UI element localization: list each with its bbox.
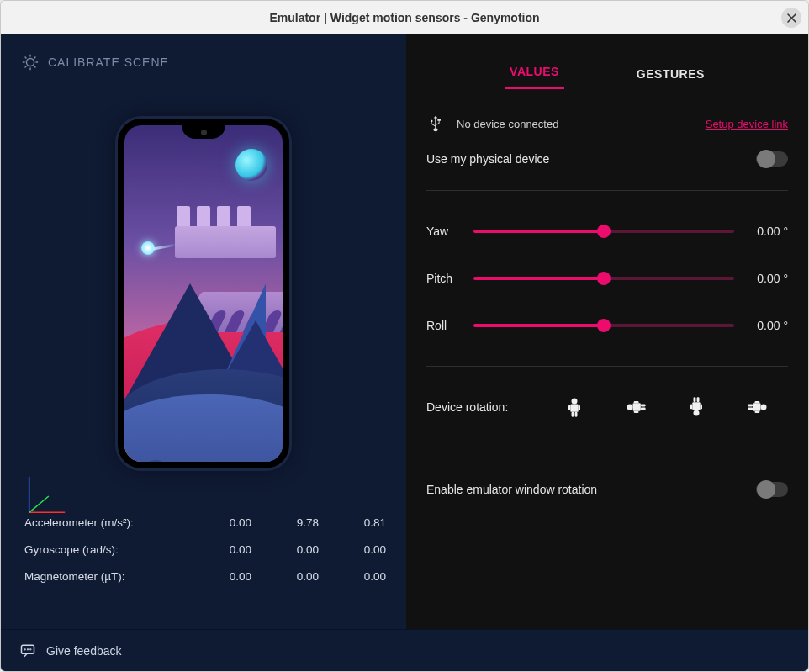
magnetometer-y: 0.00 [251,570,319,583]
divider [426,458,788,458]
device-status-text: No device connected [457,118,558,130]
svg-rect-35 [748,408,753,410]
rotation-landscape-left-icon[interactable] [624,395,648,419]
pitch-slider[interactable] [473,277,734,280]
svg-rect-23 [641,405,646,407]
svg-rect-22 [641,408,646,410]
svg-rect-21 [633,401,638,403]
svg-rect-26 [701,405,702,410]
rotation-landscape-right-icon[interactable] [746,395,769,419]
svg-rect-27 [690,405,692,410]
rotation-portrait-down-icon[interactable] [685,395,708,419]
svg-point-37 [24,648,25,649]
magnetometer-label: Magnetometer (µT): [24,570,184,583]
svg-line-7 [34,57,36,59]
setup-device-link[interactable]: Setup device link [706,118,788,130]
svg-rect-25 [693,402,701,410]
svg-rect-15 [579,405,580,410]
svg-rect-19 [632,403,640,410]
gyroscope-y: 0.00 [251,543,319,556]
accelerometer-y: 9.78 [251,516,319,529]
sensor-readout-table: Accelerometer (m/s²): 0.00 9.78 0.81 Gyr… [24,509,386,590]
give-feedback-button[interactable]: Give feedback [19,643,122,659]
device-preview[interactable] [118,119,289,468]
svg-rect-14 [568,405,570,410]
svg-rect-31 [753,403,760,410]
svg-line-11 [29,496,49,512]
accelerometer-x: 0.00 [184,516,251,529]
table-row: Magnetometer (µT): 0.00 0.00 0.00 [24,563,386,590]
feedback-label: Give feedback [46,644,122,658]
svg-point-39 [30,648,31,649]
svg-point-24 [694,410,700,416]
rotation-portrait-up-icon[interactable] [563,395,586,419]
enable-window-rotation-label: Enable emulator window rotation [426,483,597,496]
usb-icon [426,114,445,133]
svg-rect-34 [748,405,753,407]
window-title: Emulator | Widget motion sensors - Genym… [269,11,539,24]
axis-indicator-icon [21,472,70,521]
svg-point-18 [627,405,632,410]
svg-point-12 [572,399,578,405]
table-row: Accelerometer (m/s²): 0.00 9.78 0.81 [24,509,386,536]
titlebar: Emulator | Widget motion sensors - Genym… [1,1,808,34]
svg-line-6 [34,66,36,68]
svg-line-8 [25,66,27,68]
svg-rect-32 [754,401,759,403]
svg-point-38 [28,648,29,649]
pitch-value: 0.00 ° [746,272,788,285]
device-rotation-label: Device rotation: [426,400,544,414]
svg-rect-13 [571,405,579,412]
svg-rect-33 [754,411,759,413]
svg-rect-28 [697,397,700,402]
calibrate-icon [21,53,40,71]
close-button[interactable] [781,8,801,28]
accelerometer-z: 0.81 [319,516,386,529]
feedback-icon [19,643,36,659]
enable-window-rotation-toggle[interactable] [756,482,788,497]
table-row: Gyroscope (rad/s): 0.00 0.00 0.00 [24,536,386,563]
svg-rect-29 [694,397,696,402]
svg-rect-17 [575,412,578,417]
tab-values[interactable]: VALUES [505,58,564,89]
gyroscope-x: 0.00 [184,543,251,556]
yaw-value: 0.00 ° [746,225,788,238]
use-physical-device-toggle[interactable] [756,151,788,167]
svg-rect-16 [572,412,574,417]
magnetometer-z: 0.00 [319,570,386,583]
svg-rect-20 [633,411,638,413]
wallpaper-scene [124,125,283,462]
roll-value: 0.00 ° [746,319,788,332]
controls-panel: VALUES GESTURES No device connected Setu… [406,34,808,629]
svg-line-5 [25,57,27,59]
magnetometer-x: 0.00 [184,570,251,583]
svg-point-30 [760,405,766,410]
calibrate-scene-button[interactable]: CALIBRATE SCENE [1,34,406,71]
scene-panel: CALIBRATE SCENE [1,34,406,629]
divider [426,190,788,191]
roll-slider[interactable] [473,324,734,327]
yaw-label: Yaw [426,225,462,238]
close-icon [787,13,796,23]
divider [426,366,788,367]
pitch-label: Pitch [426,272,462,285]
svg-point-0 [26,58,34,66]
yaw-slider[interactable] [473,230,734,233]
use-physical-device-label: Use my physical device [426,152,549,166]
gyroscope-z: 0.00 [319,543,386,556]
roll-label: Roll [426,319,462,332]
calibrate-label: CALIBRATE SCENE [48,56,169,69]
tab-bar: VALUES GESTURES [406,34,808,89]
tab-gestures[interactable]: GESTURES [632,61,710,89]
gyroscope-label: Gyroscope (rad/s): [24,543,184,556]
